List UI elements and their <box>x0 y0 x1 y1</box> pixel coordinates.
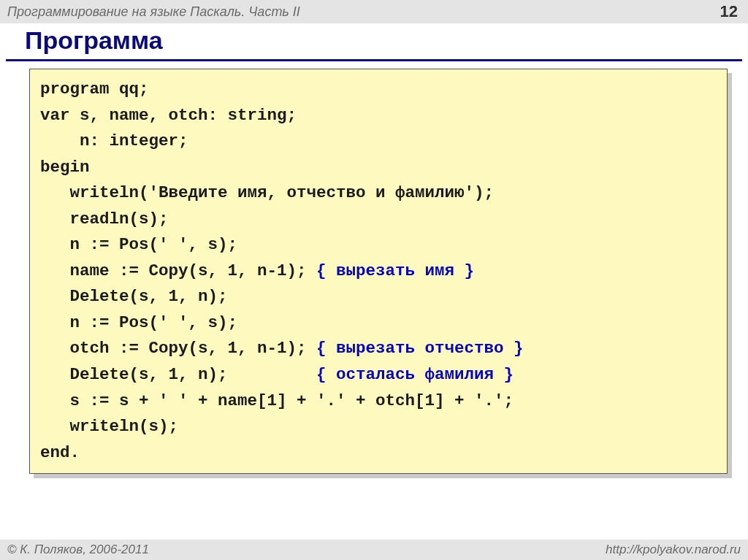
slide: Программирование на языке Паскаль. Часть… <box>0 0 748 560</box>
footer-url: http://kpolyakov.narod.ru <box>606 542 741 557</box>
code-block: program qq; var s, name, otch: string; n… <box>29 69 728 474</box>
page-title: Программа <box>25 26 748 55</box>
code-block-wrapper: program qq; var s, name, otch: string; n… <box>29 69 728 474</box>
page-number: 12 <box>720 2 738 21</box>
title-rule <box>6 59 742 61</box>
header-title: Программирование на языке Паскаль. Часть… <box>7 4 300 20</box>
footer-copyright: © К. Поляков, 2006-2011 <box>7 542 149 557</box>
header-bar: Программирование на языке Паскаль. Часть… <box>0 0 748 23</box>
footer-bar: © К. Поляков, 2006-2011 http://kpolyakov… <box>0 540 748 560</box>
